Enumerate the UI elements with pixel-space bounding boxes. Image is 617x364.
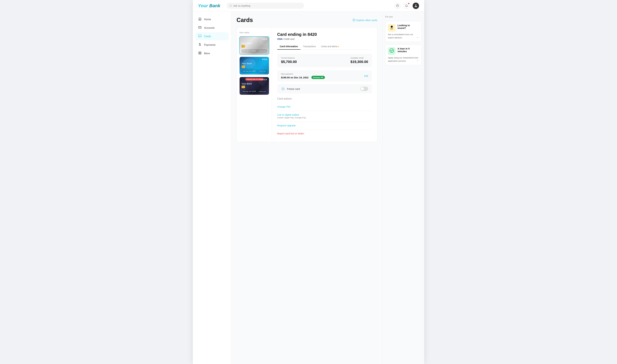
next-payment-row: Next payment $195.00 on Dec 19, 2022 Aut… [277, 70, 372, 82]
svg-point-17 [391, 29, 392, 29]
header-actions [395, 2, 419, 9]
tab-card-information[interactable]: Card information [277, 43, 300, 50]
svg-rect-7 [199, 52, 200, 53]
card-brand-1957: VISA [262, 58, 267, 61]
svg-rect-8 [200, 52, 201, 53]
header: Your Bank [193, 0, 424, 12]
digital-wallet-link: Link to digital wallets [277, 113, 372, 116]
card-actions-section: Card actions Change PIN Link to digital … [277, 97, 372, 137]
cards-layout: Your cards VISA Your Bank •••• •••• ••••… [237, 27, 377, 142]
page-header: Cards Explore other cards [237, 17, 377, 24]
autopay-badge: Autopay ON [311, 76, 325, 79]
card-thumb-8420[interactable]: VISA Your Bank •••• •••• •••• 8420 Credi… [239, 36, 269, 55]
sidebar-label-home: Home [204, 18, 211, 21]
balance-row: Current balance $5,700.00 Available cred… [277, 54, 372, 67]
current-balance-label: Current balance [281, 57, 297, 59]
sidebar-label-payments: Payments [204, 43, 215, 46]
available-credit-label: Available credit [350, 57, 368, 59]
promo-invest-header: Looking to invest? [388, 24, 419, 32]
freeze-toggle[interactable] [360, 87, 368, 91]
bell-icon [405, 4, 408, 7]
tab-limits-alerts[interactable]: Limits and alerts [318, 43, 341, 50]
request-upgrade-link: Request upgrade [277, 124, 372, 127]
svg-rect-5 [199, 35, 201, 37]
edit-payment-link[interactable]: Edit [364, 75, 368, 77]
current-balance-block: Current balance $5,700.00 [281, 57, 297, 64]
main-content: Cards Explore other cards Your cards V [231, 12, 382, 364]
svg-rect-3 [199, 26, 201, 28]
card-list-panel: Your cards VISA Your Bank •••• •••• ••••… [237, 27, 272, 142]
sidebar-item-cards[interactable]: Cards [195, 32, 229, 40]
card-visual-0120: Payment due in 5 days VISA Your Bank •••… [240, 77, 269, 95]
invest-promo-title: Looking to invest? [398, 24, 419, 29]
loan-icon [389, 48, 394, 54]
digital-wallet-sub: Linked: Apple Pay, Google Pay [277, 117, 372, 119]
help-icon [396, 4, 399, 7]
page-title: Cards [237, 17, 253, 24]
sidebar: Home Accounts Cards Payments [193, 12, 231, 364]
promo-loan-header: A loan in 5 minutes [388, 47, 419, 55]
sidebar-label-accounts: Accounts [204, 26, 215, 29]
action-request-upgrade[interactable]: Request upgrade [277, 122, 372, 130]
svg-point-14 [391, 26, 393, 28]
action-change-pin[interactable]: Change PIN [277, 103, 372, 111]
card-detail-subtitle: VISA Credit card [277, 38, 372, 40]
svg-point-2 [415, 4, 416, 6]
invest-promo-arrow: → [416, 36, 419, 39]
sidebar-label-more: More [204, 52, 210, 55]
action-digital-wallet[interactable]: Link to digital wallets Linked: Apple Pa… [277, 111, 372, 122]
freeze-card-row: ❄️ Freeze card [277, 84, 372, 93]
report-lost-link: Report card lost or stolen [277, 132, 372, 135]
card-brand-0120: VISA [262, 78, 267, 81]
card-type-8420: Credit card [259, 50, 266, 52]
sidebar-item-home[interactable]: Home [195, 15, 229, 23]
card-thumb-1957[interactable]: VISA Your Bank •••• •••• •••• 1957 Debit… [239, 56, 269, 75]
accounts-icon [198, 26, 202, 30]
help-button[interactable] [395, 3, 400, 9]
home-icon [198, 17, 202, 21]
explore-cards-label: Explore other cards [356, 19, 377, 22]
limits-dot-indicator [338, 46, 339, 47]
freeze-icon: ❄️ [281, 87, 285, 91]
profile-avatar[interactable] [413, 2, 419, 9]
detail-tabs: Card information Transactions Limits and… [277, 43, 372, 50]
right-panel: For you [382, 12, 424, 364]
svg-point-18 [392, 29, 393, 29]
svg-point-0 [230, 5, 231, 7]
promo-loan[interactable]: A loan in 5 minutes Apply using our stre… [385, 44, 422, 65]
invest-icon [389, 25, 394, 31]
more-icon [198, 51, 202, 55]
sidebar-item-more[interactable]: More [195, 50, 229, 57]
search-input[interactable] [233, 4, 301, 7]
available-credit-block: Available credit $19,300.00 [350, 57, 368, 64]
search-bar[interactable] [227, 3, 304, 9]
card-thumb-0120[interactable]: Payment due in 5 days VISA Your Bank •••… [239, 77, 269, 95]
explore-cards-link[interactable]: Explore other cards [352, 19, 377, 22]
action-report-lost[interactable]: Report card lost or stolen [277, 130, 372, 137]
svg-rect-9 [199, 53, 200, 54]
tab-transactions[interactable]: Transactions [300, 43, 319, 50]
loan-promo-arrow: → [416, 59, 419, 63]
payment-due-badge-0120: Payment due in 5 days [245, 78, 263, 81]
payments-icon [198, 43, 202, 47]
sidebar-label-cards: Cards [204, 35, 211, 38]
sidebar-item-accounts[interactable]: Accounts [195, 24, 229, 32]
promo-invest[interactable]: Looking to invest? Get a consultation fr… [385, 21, 422, 42]
notifications-button[interactable] [404, 3, 409, 9]
plus-circle-icon [352, 19, 355, 22]
notification-badge [408, 2, 410, 4]
next-payment-value-row: $195.00 on Dec 19, 2022 Autopay ON [281, 76, 325, 79]
app-logo: Your Bank [198, 3, 220, 8]
card-type-0120: Credit card [259, 91, 266, 92]
card-number-1957: •••• •••• •••• 1957 [243, 70, 256, 72]
card-detail-title: Card ending in 8420 [277, 32, 372, 37]
invest-promo-desc: Get a consultation from our expert advis… [388, 33, 419, 39]
svg-rect-10 [200, 53, 201, 54]
your-cards-label: Your cards [239, 31, 269, 34]
visa-logo: VISA [277, 38, 282, 40]
sidebar-item-payments[interactable]: Payments [195, 41, 229, 49]
freeze-label: Freeze card [287, 88, 300, 90]
freeze-left: ❄️ Freeze card [281, 87, 300, 91]
current-balance-amount: $5,700.00 [281, 60, 297, 64]
available-credit-amount: $19,300.00 [350, 60, 368, 64]
